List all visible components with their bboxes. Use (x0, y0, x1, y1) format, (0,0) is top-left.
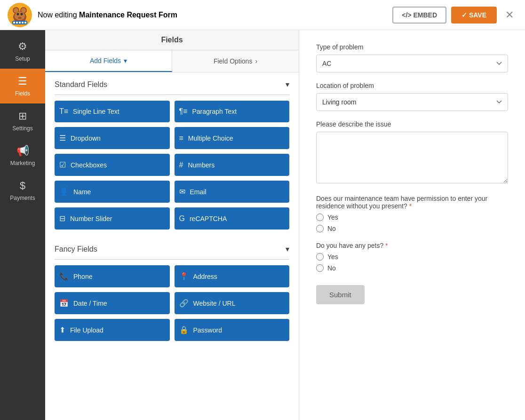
sidebar-item-settings-label: Settings (12, 125, 32, 132)
topbar-title: Now editing Maintenance Request Form (38, 11, 177, 19)
type-of-problem-label: Type of problem (316, 43, 508, 51)
sidebar-item-settings[interactable]: ⊞ Settings (0, 103, 45, 138)
topbar-left: Now editing Maintenance Request Form (8, 3, 177, 27)
permission-enter-radio-group: Yes No (316, 214, 508, 232)
field-btn-numbers[interactable]: # Numbers (175, 154, 290, 176)
topbar: Now editing Maintenance Request Form </>… (0, 0, 525, 30)
website-url-icon: 🔗 (179, 299, 189, 308)
sidebar-item-setup-label: Setup (15, 55, 30, 62)
tab-field-options[interactable]: Field Options › (172, 50, 299, 72)
permission-enter-label: Does our maintenance team have permissio… (316, 195, 508, 210)
permission-enter-yes[interactable]: Yes (316, 214, 508, 221)
svg-point-8 (21, 13, 23, 15)
have-pets-radio-group: Yes No (316, 253, 508, 272)
field-type-of-problem: Type of problem AC Plumbing Electrical O… (316, 43, 508, 72)
have-pets-no-radio[interactable] (316, 264, 324, 272)
field-btn-phone[interactable]: 📞 Phone (55, 265, 170, 287)
field-have-pets: Do you have any pets? Yes No (316, 242, 508, 272)
fancy-fields-divider (55, 259, 289, 260)
fields-panel-header: Fields (45, 30, 299, 50)
fancy-fields-grid: 📞 Phone 📍 Address 📅 Date / Time 🔗 Websit… (45, 265, 299, 349)
payments-icon: $ (20, 180, 25, 192)
settings-icon: ⊞ (18, 110, 27, 122)
have-pets-yes[interactable]: Yes (316, 253, 508, 261)
svg-rect-11 (13, 22, 15, 24)
tab-add-fields[interactable]: Add Fields ▾ (45, 50, 172, 72)
setup-icon: ⚙ (18, 40, 27, 53)
close-button[interactable]: ✕ (501, 7, 517, 23)
form-card: Type of problem AC Plumbing Electrical O… (299, 30, 525, 420)
sidebar-item-payments[interactable]: $ Payments (0, 173, 45, 208)
numbers-icon: # (179, 161, 183, 169)
embed-button[interactable]: </> EMBED (392, 7, 446, 24)
dropdown-icon: ☰ (59, 134, 66, 143)
svg-point-9 (18, 16, 22, 19)
field-btn-recaptcha[interactable]: G reCAPTCHA (175, 207, 290, 230)
sidebar-item-marketing-label: Marketing (10, 160, 35, 166)
field-btn-website-url[interactable]: 🔗 Website / URL (175, 292, 290, 314)
field-btn-email[interactable]: ✉ Email (175, 181, 290, 203)
field-btn-password[interactable]: 🔒 Password (175, 319, 290, 341)
field-btn-address[interactable]: 📍 Address (175, 265, 290, 287)
standard-fields-collapse-icon[interactable]: ▾ (286, 80, 289, 89)
main-layout: ⚙ Setup ☰ Fields ⊞ Settings 📢 Marketing … (0, 30, 525, 420)
phone-icon: 📞 (59, 272, 69, 281)
svg-point-4 (14, 8, 18, 13)
svg-rect-13 (19, 22, 21, 24)
single-line-text-icon: T≡ (59, 107, 68, 116)
topbar-actions: </> EMBED ✓ SAVE ✕ (392, 7, 517, 24)
field-btn-number-slider[interactable]: ⊟ Number Slider (55, 207, 170, 230)
describe-issue-textarea[interactable] (316, 132, 508, 183)
address-icon: 📍 (179, 272, 189, 281)
submit-button[interactable]: Submit (316, 285, 365, 304)
chevron-down-icon: ▾ (124, 57, 127, 64)
field-btn-dropdown[interactable]: ☰ Dropdown (55, 127, 170, 149)
fields-content: Standard Fields ▾ T≡ Single Line Text ¶≡… (45, 72, 299, 420)
svg-point-7 (17, 13, 19, 15)
type-of-problem-select[interactable]: AC Plumbing Electrical Other (316, 55, 508, 72)
permission-enter-no-radio[interactable] (316, 225, 324, 232)
password-icon: 🔒 (179, 325, 189, 334)
have-pets-yes-radio[interactable] (316, 253, 324, 261)
sidebar-item-marketing[interactable]: 📢 Marketing (0, 138, 45, 173)
name-icon: 👤 (59, 187, 69, 196)
checkboxes-icon: ☑ (59, 160, 66, 169)
fields-icon: ☰ (18, 75, 27, 87)
permission-enter-no[interactable]: No (316, 225, 508, 232)
sidebar-item-fields[interactable]: ☰ Fields (0, 69, 45, 103)
logo-icon (8, 3, 32, 27)
date-time-icon: 📅 (59, 299, 69, 308)
field-permission-enter: Does our maintenance team have permissio… (316, 195, 508, 232)
have-pets-label: Do you have any pets? (316, 242, 508, 249)
field-describe-issue: Please describe the issue (316, 120, 508, 185)
field-btn-multiple-choice[interactable]: ≡ Multiple Choice (175, 127, 290, 149)
location-of-problem-select[interactable]: Living room Bedroom Kitchen Bathroom (316, 93, 508, 111)
field-btn-checkboxes[interactable]: ☑ Checkboxes (55, 154, 170, 176)
permission-enter-yes-radio[interactable] (316, 214, 324, 221)
field-btn-paragraph-text[interactable]: ¶≡ Paragraph Text (175, 101, 290, 122)
field-btn-single-line-text[interactable]: T≡ Single Line Text (55, 101, 170, 122)
paragraph-text-icon: ¶≡ (179, 107, 188, 116)
fancy-fields-collapse-icon[interactable]: ▾ (286, 245, 289, 254)
nav-sidebar: ⚙ Setup ☰ Fields ⊞ Settings 📢 Marketing … (0, 30, 45, 420)
standard-fields-section-header: Standard Fields ▾ (45, 72, 299, 93)
field-btn-date-time[interactable]: 📅 Date / Time (55, 292, 170, 314)
email-icon: ✉ (179, 187, 185, 196)
have-pets-no[interactable]: No (316, 264, 508, 272)
field-location-of-problem: Location of problem Living room Bedroom … (316, 82, 508, 111)
fancy-fields-section-header: Fancy Fields ▾ (45, 237, 299, 257)
describe-issue-label: Please describe the issue (316, 120, 508, 128)
svg-rect-12 (16, 22, 18, 24)
svg-rect-14 (22, 22, 24, 24)
standard-fields-divider (55, 95, 289, 95)
number-slider-icon: ⊟ (59, 214, 65, 223)
location-of-problem-label: Location of problem (316, 82, 508, 89)
save-button[interactable]: ✓ SAVE (451, 7, 497, 24)
sidebar-item-setup[interactable]: ⚙ Setup (0, 34, 45, 69)
svg-rect-15 (24, 22, 26, 24)
recaptcha-icon: G (179, 214, 185, 223)
sidebar-item-payments-label: Payments (10, 195, 35, 201)
field-btn-name[interactable]: 👤 Name (55, 181, 170, 203)
field-btn-file-upload[interactable]: ⬆ File Upload (55, 319, 170, 341)
form-preview: Type of problem AC Plumbing Electrical O… (299, 30, 525, 420)
